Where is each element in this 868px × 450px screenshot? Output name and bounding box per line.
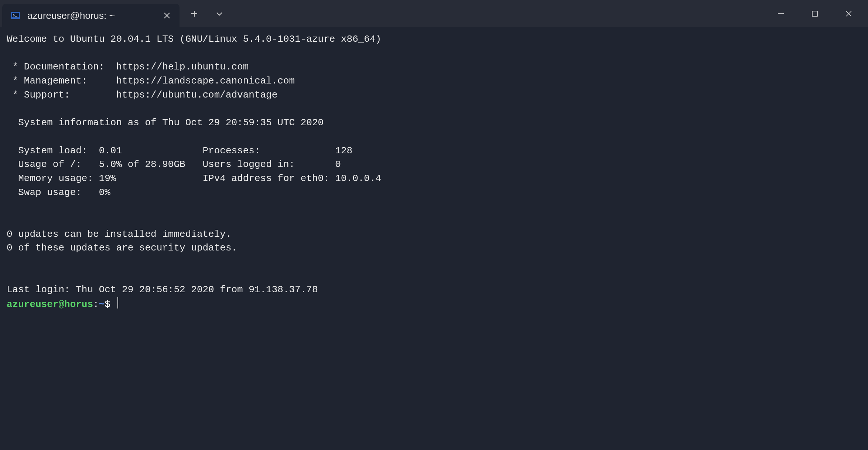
disk-usage-value: 5.0% of 28.90GB (99, 159, 185, 170)
chevron-down-icon (215, 10, 223, 18)
ipv4-value: 10.0.0.4 (335, 173, 381, 184)
disk-usage-label: Usage of /: (7, 159, 99, 170)
swap-usage-value: 0% (99, 187, 110, 198)
window-controls (764, 0, 868, 27)
close-window-button[interactable] (832, 0, 866, 27)
plus-icon (190, 10, 198, 18)
tab-active[interactable]: azureuser@horus: ~ (2, 4, 180, 27)
motd-doc-label: * Documentation: (7, 61, 116, 72)
terminal-window: azureuser@horus: ~ (0, 0, 868, 450)
minimize-button[interactable] (764, 0, 798, 27)
swap-usage-label: Swap usage: (7, 187, 99, 198)
motd-mgmt-url: https://landscape.canonical.com (116, 75, 295, 86)
users-value: 0 (335, 159, 341, 170)
updates-line-2: 0 of these updates are security updates. (7, 242, 237, 253)
sysinfo-timestamp: Thu Oct 29 20:59:35 UTC 2020 (162, 117, 324, 128)
motd-doc-url: https://help.ubuntu.com (116, 61, 249, 72)
new-tab-button[interactable] (183, 3, 205, 25)
updates-line-1: 0 updates can be installed immediately. (7, 229, 232, 240)
users-label: Users logged in: (203, 159, 335, 170)
tab-strip: azureuser@horus: ~ (0, 0, 180, 27)
processes-label: Processes: (203, 145, 335, 156)
minimize-icon (777, 10, 785, 18)
system-load-value: 0.01 (99, 145, 122, 156)
terminal-body[interactable]: Welcome to Ubuntu 20.04.1 LTS (GNU/Linux… (0, 27, 868, 450)
svg-rect-1 (12, 13, 19, 17)
cursor (117, 297, 118, 308)
maximize-button[interactable] (798, 0, 832, 27)
last-login: Last login: Thu Oct 29 20:56:52 2020 fro… (7, 284, 318, 295)
prompt-cwd: ~ (99, 299, 105, 310)
motd-mgmt-label: * Management: (7, 75, 116, 86)
titlebar-drag-region[interactable] (234, 0, 764, 27)
prompt-user-host: azureuser@horus (7, 299, 93, 310)
title-bar[interactable]: azureuser@horus: ~ (0, 0, 868, 27)
prompt-colon: : (93, 299, 99, 310)
close-icon (163, 12, 171, 19)
prompt-symbol: $ (105, 299, 116, 310)
processes-value: 128 (335, 145, 352, 156)
system-load-label: System load: (7, 145, 99, 156)
motd-welcome: Welcome to Ubuntu 20.04.1 LTS (GNU/Linux… (7, 34, 381, 45)
tab-close-button[interactable] (161, 10, 173, 21)
svg-rect-2 (15, 16, 17, 17)
sysinfo-header-prefix: System information as of (7, 117, 162, 128)
ipv4-label: IPv4 address for eth0: (203, 173, 335, 184)
memory-usage-value: 19% (99, 173, 116, 184)
close-icon (845, 10, 853, 18)
memory-usage-label: Memory usage: (7, 173, 99, 184)
maximize-icon (811, 10, 819, 18)
motd-support-label: * Support: (7, 89, 116, 100)
tab-dropdown-button[interactable] (208, 3, 230, 25)
ssh-shell-icon (10, 10, 21, 21)
tab-title: azureuser@horus: ~ (27, 10, 154, 21)
motd-support-url: https://ubuntu.com/advantage (116, 89, 277, 100)
svg-rect-8 (812, 11, 817, 16)
tab-actions (180, 0, 234, 27)
